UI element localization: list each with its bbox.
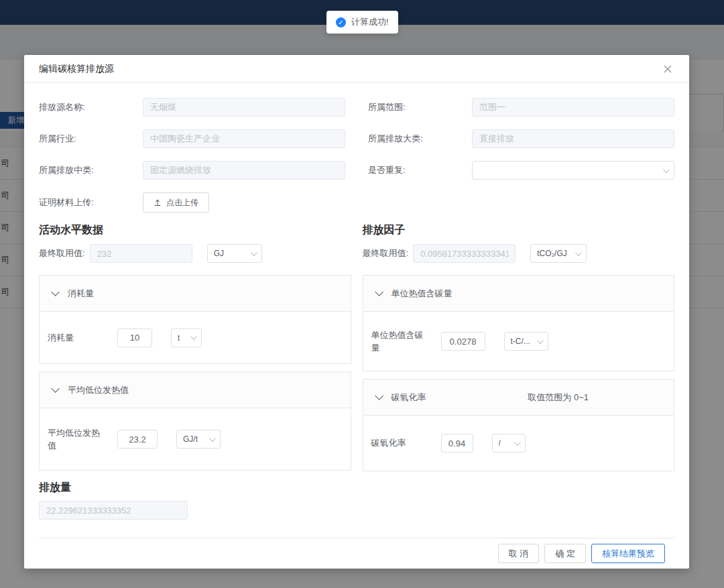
oxidation-rate-unit-select[interactable]: /	[492, 434, 526, 453]
factor-final-input	[413, 244, 516, 263]
major-category-label: 所属排放大类:	[368, 133, 472, 145]
upload-button[interactable]: 点击上传	[143, 192, 209, 213]
oxidation-rate-unit-value: /	[499, 438, 501, 448]
chevron-down-icon	[190, 333, 197, 340]
field-industry: 所属行业:	[39, 129, 345, 148]
consumption-unit-value: t	[178, 333, 180, 343]
activity-final-input	[90, 244, 192, 263]
carbon-content-panel: 单位热值含碳量 单位热值含碳量 t-C/...	[363, 275, 675, 371]
carbon-content-panel-body: 单位热值含碳量 t-C/...	[363, 312, 674, 371]
preview-result-button[interactable]: 核算结果预览	[591, 544, 665, 563]
is-duplicate-select[interactable]	[472, 161, 674, 180]
field-upload: 证明材料上传: 点击上传	[39, 192, 345, 213]
carbon-content-label: 单位热值含碳量	[371, 329, 426, 355]
activity-unit-select[interactable]: GJ	[207, 244, 262, 263]
chevron-down-icon	[575, 249, 582, 256]
toast-message: 计算成功!	[351, 16, 389, 28]
heating-value-panel-header[interactable]: 平均低位发热值	[40, 372, 351, 408]
major-category-input	[472, 129, 674, 148]
heating-value-unit-select[interactable]: GJ/t	[176, 430, 221, 449]
scope-input	[472, 98, 674, 117]
heating-value-unit-value: GJ/t	[183, 434, 198, 444]
oxidation-rate-panel-header[interactable]: 碳氧化率 取值范围为 0~1	[363, 379, 674, 416]
close-icon[interactable]	[661, 62, 674, 76]
carbon-content-unit-value: t-C/...	[511, 337, 530, 346]
carbon-content-panel-title: 单位热值含碳量	[391, 288, 452, 300]
activity-data-section: 活动水平数据 最终取用值: GJ 消耗量 消耗量	[39, 223, 351, 471]
carbon-content-panel-header[interactable]: 单位热值含碳量	[363, 276, 674, 312]
cancel-button[interactable]: 取 消	[498, 544, 540, 563]
emission-amount-title: 排放量	[39, 481, 674, 495]
oxidation-rate-range-hint: 取值范围为 0~1	[528, 392, 662, 404]
factor-section-title: 排放因子	[363, 223, 675, 237]
field-mid-category: 所属排放中类:	[39, 161, 345, 180]
emission-amount-input	[39, 501, 188, 520]
mid-category-input	[143, 161, 345, 180]
heating-value-panel: 平均低位发热值 平均低位发热值 GJ/t	[39, 371, 351, 471]
consumption-panel-title: 消耗量	[68, 288, 94, 300]
confirm-button[interactable]: 确 定	[544, 544, 586, 563]
field-scope: 所属范围:	[368, 98, 674, 117]
check-circle-icon: ✓	[336, 17, 346, 27]
consumption-panel-header[interactable]: 消耗量	[40, 276, 351, 312]
source-name-input	[143, 98, 345, 117]
activity-final-row: 最终取用值: GJ	[39, 244, 351, 263]
heating-value-panel-title: 平均低位发热值	[68, 384, 129, 396]
dialog-title: 编辑碳核算排放源	[39, 63, 114, 75]
heating-value-panel-body: 平均低位发热值 GJ/t	[40, 408, 351, 470]
mid-category-label: 所属排放中类:	[39, 164, 143, 176]
chevron-down-icon	[375, 288, 383, 296]
oxidation-rate-panel: 碳氧化率 取值范围为 0~1 碳氧化率 /	[363, 379, 675, 471]
emission-factor-section: 排放因子 最终取用值: tCO₂/GJ 单位热值含碳量 单位热值含碳	[363, 223, 675, 471]
source-name-label: 排放源名称:	[39, 101, 143, 113]
oxidation-rate-label: 碳氧化率	[371, 436, 426, 450]
chevron-down-icon	[209, 435, 216, 442]
edit-emission-source-dialog: 编辑碳核算排放源 排放源名称: 所属范围: 所属行业: 所属排放大类:	[24, 55, 689, 569]
scope-label: 所属范围:	[368, 101, 472, 113]
field-source-name: 排放源名称:	[39, 98, 345, 117]
chevron-down-icon	[663, 166, 670, 173]
carbon-content-unit-select[interactable]: t-C/...	[504, 332, 548, 351]
activity-final-label: 最终取用值:	[39, 247, 85, 259]
field-is-duplicate: 是否重复:	[368, 161, 674, 180]
consumption-input[interactable]	[117, 329, 152, 347]
success-toast: ✓ 计算成功!	[326, 11, 398, 34]
upload-button-label: 点击上传	[166, 197, 198, 209]
activity-unit-value: GJ	[214, 249, 224, 258]
consumption-unit-select[interactable]: t	[171, 329, 202, 347]
dialog-body: 排放源名称: 所属范围: 所属行业: 所属排放大类: 所属排放中类: 是否重复:	[24, 83, 689, 569]
consumption-panel-body: 消耗量 t	[40, 312, 351, 363]
chevron-down-icon	[514, 439, 520, 446]
field-major-category: 所属排放大类:	[368, 129, 674, 148]
heating-value-input[interactable]	[117, 430, 158, 449]
dialog-header: 编辑碳核算排放源	[24, 55, 689, 83]
consumption-panel: 消耗量 消耗量 t	[39, 275, 351, 364]
data-sections: 活动水平数据 最终取用值: GJ 消耗量 消耗量	[39, 223, 674, 471]
heating-value-label: 平均低位发热值	[48, 426, 103, 453]
basic-info-form: 排放源名称: 所属范围: 所属行业: 所属排放大类: 所属排放中类: 是否重复:	[39, 98, 674, 213]
industry-label: 所属行业:	[39, 133, 143, 145]
chevron-down-icon	[536, 337, 543, 344]
factor-unit-value: tCO₂/GJ	[537, 249, 567, 258]
factor-unit-select[interactable]: tCO₂/GJ	[530, 244, 587, 263]
chevron-down-icon	[251, 249, 257, 256]
chevron-down-icon	[51, 384, 60, 393]
dialog-footer: 取 消 确 定 核算结果预览	[39, 538, 674, 569]
activity-section-title: 活动水平数据	[39, 223, 351, 237]
upload-label: 证明材料上传:	[39, 196, 143, 209]
oxidation-rate-panel-body: 碳氧化率 /	[363, 416, 674, 471]
factor-final-label: 最终取用值:	[363, 247, 409, 259]
carbon-content-input[interactable]	[441, 332, 485, 351]
chevron-down-icon	[375, 392, 383, 400]
consumption-label: 消耗量	[48, 331, 103, 345]
chevron-down-icon	[51, 288, 60, 296]
upload-icon	[154, 198, 162, 207]
factor-final-row: 最终取用值: tCO₂/GJ	[363, 244, 675, 263]
is-duplicate-label: 是否重复:	[368, 164, 472, 176]
industry-input	[143, 129, 345, 148]
oxidation-rate-input[interactable]	[441, 434, 473, 453]
oxidation-rate-panel-title: 碳氧化率	[391, 392, 426, 404]
